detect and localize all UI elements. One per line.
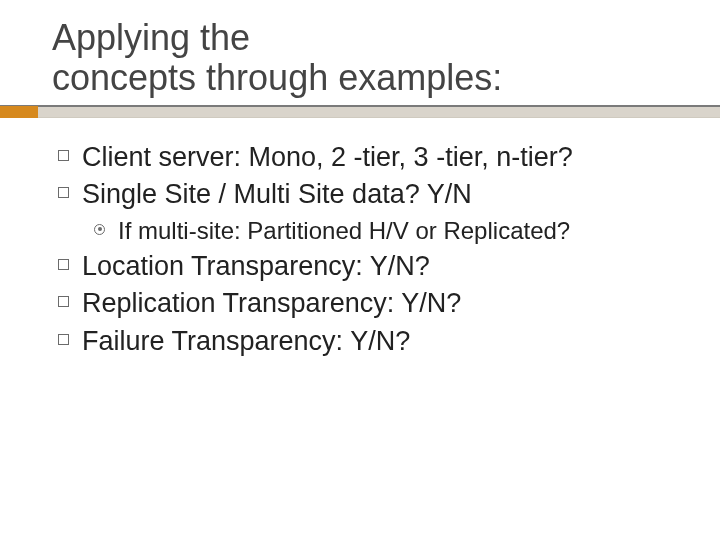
bullet-text: Replication Transparency: Y/N?: [82, 288, 461, 318]
bullet-text: If multi-site: Partitioned H/V or Replic…: [118, 217, 570, 244]
list-item: Client server: Mono, 2 -tier, 3 -tier, n…: [52, 140, 694, 176]
list-item: Single Site / Multi Site data? Y/N If mu…: [52, 177, 694, 246]
list-item: Failure Transparency: Y/N?: [52, 324, 694, 360]
bullet-text: Location Transparency: Y/N?: [82, 251, 430, 281]
list-item: Replication Transparency: Y/N?: [52, 286, 694, 322]
bullet-text: Failure Transparency: Y/N?: [82, 326, 410, 356]
bullet-list: Client server: Mono, 2 -tier, 3 -tier, n…: [52, 140, 694, 360]
title-line-2: concepts through examples:: [52, 57, 502, 98]
sub-bullet-list: If multi-site: Partitioned H/V or Replic…: [88, 215, 694, 247]
slide-title: Applying the concepts through examples:: [52, 18, 694, 99]
slide: Applying the concepts through examples: …: [0, 0, 720, 540]
bullet-text: Client server: Mono, 2 -tier, 3 -tier, n…: [82, 142, 573, 172]
title-rule: [0, 105, 720, 118]
title-line-1: Applying the: [52, 17, 250, 58]
bullet-text: Single Site / Multi Site data? Y/N: [82, 179, 472, 209]
accent-bar: [0, 106, 38, 118]
list-item: Location Transparency: Y/N?: [52, 249, 694, 285]
list-item: If multi-site: Partitioned H/V or Replic…: [88, 215, 694, 247]
